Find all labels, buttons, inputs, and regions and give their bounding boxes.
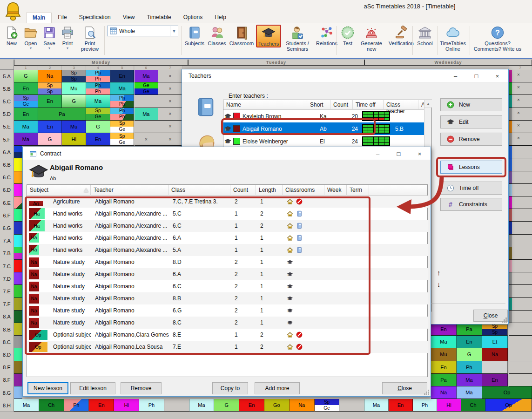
button-remove[interactable]: Remove: [440, 133, 502, 146]
timetable-cell[interactable]: [509, 158, 532, 171]
menu-item-view[interactable]: View: [117, 13, 141, 23]
timetable-cell[interactable]: Mu: [62, 82, 86, 95]
toolbar-button-test[interactable]: Test: [338, 25, 357, 46]
timetable-cell[interactable]: [14, 235, 22, 247]
teachers-dialog-titlebar[interactable]: Teachers – □ ×: [182, 69, 508, 83]
toolbar-button-generate-new[interactable]: Generate new: [358, 25, 385, 52]
column-header-length[interactable]: Length: [256, 185, 283, 196]
column-header-count[interactable]: Count: [330, 100, 353, 110]
button-copy-to[interactable]: Copy to: [212, 382, 248, 394]
column-header-short[interactable]: Short: [307, 100, 330, 110]
timetable-cell[interactable]: Pa: [38, 108, 86, 121]
lesson-row[interactable]: NaNature studyAbigail Romano8.B21: [27, 292, 428, 304]
timetable-cell[interactable]: [135, 121, 159, 133]
timetable-cell[interactable]: G: [214, 399, 239, 412]
timetable-cell[interactable]: PhPh: [86, 70, 110, 82]
minimize-button[interactable]: –: [367, 148, 388, 160]
toolbar-button-teachers[interactable]: Teachers: [256, 25, 281, 47]
scroll-up-icon[interactable]: ▲: [424, 100, 432, 108]
timetable-cell[interactable]: [14, 361, 22, 374]
timetable-cell[interactable]: [509, 146, 532, 159]
move-up-button[interactable]: ↑: [437, 269, 441, 277]
timetable-cell[interactable]: [14, 386, 22, 399]
toolbar-button-print[interactable]: Print▾: [59, 25, 76, 50]
chevron-down-icon[interactable]: ▾: [48, 47, 50, 50]
minimize-button[interactable]: –: [445, 70, 466, 82]
toolbar-button-questions-comments-write-us[interactable]: ?Questions? Comments? Write us: [471, 25, 525, 52]
timetable-cell[interactable]: En: [482, 374, 508, 386]
timetable-cell[interactable]: Ph: [139, 399, 164, 412]
timetable-cell[interactable]: [14, 247, 22, 260]
timetable-cell[interactable]: [509, 323, 532, 336]
timetable-cell[interactable]: [509, 285, 532, 298]
timetable-cell[interactable]: Ma: [457, 386, 482, 399]
timetable-cell[interactable]: En: [14, 82, 38, 95]
timetable-cell[interactable]: Ph: [457, 361, 482, 374]
timetable-cell[interactable]: Pa: [457, 323, 482, 336]
menu-item-options[interactable]: Options: [177, 13, 209, 23]
timetable-cell[interactable]: Ma: [14, 121, 38, 133]
column-header-subject[interactable]: Subject: [27, 185, 91, 196]
column-header-count[interactable]: Count: [230, 185, 256, 196]
timetable-cell[interactable]: [14, 196, 22, 209]
timetable-cell[interactable]: [14, 184, 22, 196]
move-down-button[interactable]: ↓: [437, 280, 441, 288]
timetable-cell[interactable]: Ma: [14, 399, 39, 412]
timetable-cell[interactable]: En: [431, 361, 457, 374]
toolbar-button-save[interactable]: Save▾: [41, 25, 58, 50]
column-header-teacher[interactable]: Teacher: [91, 185, 168, 196]
button-remove[interactable]: Remove: [121, 382, 162, 394]
timetable-cell[interactable]: Op: [485, 399, 532, 412]
lesson-row[interactable]: NaNature studyAbigail Romano6.A21: [27, 268, 428, 280]
toolbar-button-timetables-online[interactable]: TimeTables Online: [438, 25, 468, 52]
maximize-button[interactable]: □: [388, 148, 409, 160]
toolbar-button-classes[interactable]: Classes: [207, 25, 227, 46]
timetable-cell[interactable]: Pa: [431, 374, 457, 386]
timetable-cell[interactable]: Et: [482, 336, 508, 348]
view-mode-select[interactable]: Whole ▼: [107, 26, 178, 36]
toolbar-button-classroom[interactable]: Classroom: [228, 25, 255, 46]
timetable-cell[interactable]: Ma: [189, 399, 215, 412]
timetable-cell[interactable]: En: [86, 133, 110, 146]
contract-close-button[interactable]: Close: [382, 382, 427, 394]
timetable-cell[interactable]: En: [457, 336, 482, 348]
resize-grip[interactable]: [424, 390, 429, 395]
button-new[interactable]: New: [440, 98, 502, 111]
timetable-cell[interactable]: [14, 146, 22, 158]
timetable-cell[interactable]: En: [14, 108, 38, 121]
timetable-cell[interactable]: [339, 399, 364, 412]
button-constraints[interactable]: #Constraints: [440, 198, 502, 211]
resize-grip[interactable]: [502, 318, 507, 323]
timetable-cell[interactable]: Go: [264, 399, 290, 412]
timetable-cell[interactable]: [509, 235, 532, 248]
column-header-class-teacher[interactable]: Class teacher: [384, 100, 418, 110]
timetable-cell[interactable]: SpGe: [110, 133, 135, 146]
menu-item-specification[interactable]: Specification: [73, 13, 117, 23]
timetable-cell[interactable]: [509, 336, 532, 349]
timetable-cell[interactable]: Ma: [14, 133, 38, 146]
column-header-term[interactable]: Term: [347, 185, 369, 196]
timetable-cell[interactable]: Ma: [364, 399, 389, 412]
teacher-row[interactable]: Abigail RomanoAb245.B: [223, 122, 425, 135]
timetable-cell[interactable]: Mu: [62, 121, 86, 133]
timetable-cell[interactable]: Na: [431, 386, 457, 399]
timetable-cell[interactable]: [14, 311, 22, 323]
timetable-cell[interactable]: Ph: [64, 399, 89, 412]
timetable-cell[interactable]: Hi: [62, 133, 86, 146]
chevron-down-icon[interactable]: ▼: [170, 26, 178, 36]
timetable-cell[interactable]: SpSp: [38, 82, 62, 95]
timetable-cell[interactable]: [14, 158, 22, 171]
timetable-cell[interactable]: Ma: [431, 336, 457, 348]
timetable-cell[interactable]: ×: [158, 108, 182, 121]
contract-dialog-titlebar[interactable]: Contract – □ ×: [23, 147, 431, 160]
column-header-name[interactable]: Name: [223, 100, 307, 110]
timetable-cell[interactable]: ×: [509, 108, 532, 121]
timetable-cell[interactable]: [509, 361, 532, 374]
column-header-week[interactable]: Week: [324, 185, 347, 196]
timetable-cell[interactable]: En: [38, 121, 62, 133]
timetable-cell[interactable]: ×: [509, 121, 532, 134]
timetable-cell[interactable]: ×: [158, 95, 182, 108]
timetable-cell[interactable]: [14, 336, 22, 348]
timetable-cell[interactable]: ×: [509, 95, 532, 108]
close-icon[interactable]: ×: [409, 148, 430, 160]
